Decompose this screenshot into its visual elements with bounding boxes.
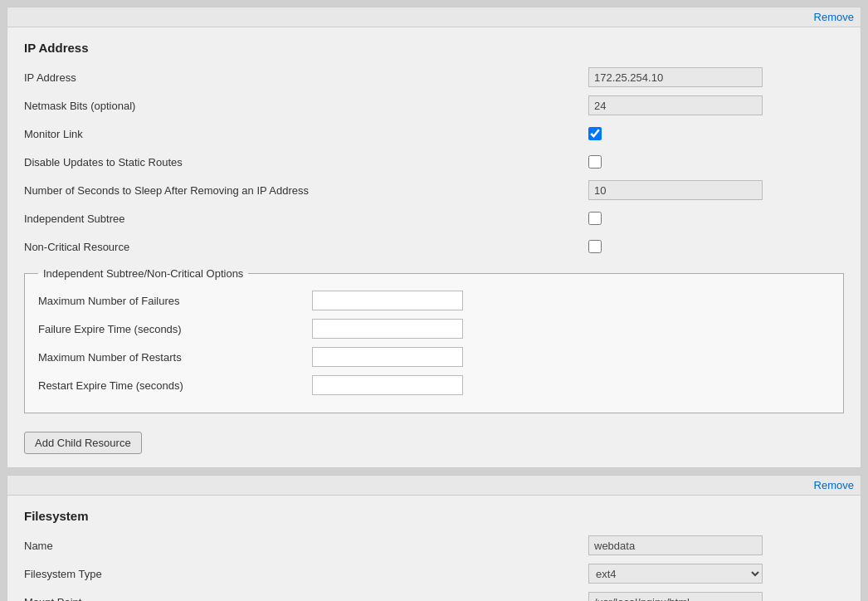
field-row-netmask: Netmask Bits (optional) (24, 95, 844, 116)
input-failure-expire[interactable] (312, 319, 463, 339)
field-row-sleep-seconds: Number of Seconds to Sleep After Removin… (24, 179, 844, 201)
ip-section-title: IP Address (24, 41, 844, 55)
label-fs-type: Filesystem Type (24, 568, 588, 580)
input-max-failures[interactable] (312, 291, 463, 310)
inner-row-failure-expire: Failure Expire Time (seconds) (38, 318, 830, 340)
label-restart-expire: Restart Expire Time (seconds) (38, 379, 312, 392)
inner-row-max-restarts: Maximum Number of Restarts (38, 346, 830, 368)
label-netmask: Netmask Bits (optional) (24, 100, 588, 112)
input-mount-point[interactable] (588, 592, 763, 601)
input-max-restarts[interactable] (312, 347, 463, 367)
input-restart-expire[interactable] (312, 375, 463, 395)
independent-subtree-fieldset: Independent Subtree/Non-Critical Options… (24, 267, 844, 413)
label-independent-subtree: Independent Subtree (24, 213, 588, 225)
filesystem-section: Remove Filesystem Name Filesystem Type e… (7, 475, 861, 601)
label-monitor-link: Monitor Link (24, 128, 588, 140)
field-row-monitor-link: Monitor Link (24, 123, 844, 144)
label-max-failures: Maximum Number of Failures (38, 295, 312, 307)
checkbox-independent-subtree[interactable] (588, 212, 602, 225)
label-disable-updates: Disable Updates to Static Routes (24, 156, 588, 169)
ip-address-section: Remove IP Address IP Address Netmask Bit… (7, 7, 861, 468)
inner-row-max-failures: Maximum Number of Failures (38, 290, 830, 311)
add-child-resource-button[interactable]: Add Child Resource (24, 432, 142, 454)
checkbox-non-critical[interactable] (588, 240, 602, 253)
fs-section-topbar: Remove (7, 476, 861, 496)
label-fs-name: Name (24, 540, 588, 552)
field-row-mount-point: Mount Point (24, 591, 844, 601)
fieldset-legend: Independent Subtree/Non-Critical Options (38, 267, 248, 280)
input-ip-address[interactable] (588, 67, 763, 87)
fs-section-content: Filesystem Name Filesystem Type ext4 ext… (7, 496, 861, 601)
label-failure-expire: Failure Expire Time (seconds) (38, 323, 312, 335)
label-mount-point: Mount Point (24, 596, 588, 602)
field-row-fs-type: Filesystem Type ext4 ext3 xfs nfs (24, 563, 844, 584)
ip-section-content: IP Address IP Address Netmask Bits (opti… (7, 27, 861, 467)
field-row-ip-address: IP Address (24, 66, 844, 88)
fs-remove-link[interactable]: Remove (814, 479, 854, 491)
input-netmask[interactable] (588, 95, 763, 115)
field-row-non-critical: Non-Critical Resource (24, 236, 844, 257)
ip-section-topbar: Remove (7, 7, 861, 27)
ip-remove-link[interactable]: Remove (814, 11, 854, 23)
inner-row-restart-expire: Restart Expire Time (seconds) (38, 374, 830, 396)
select-fs-type[interactable]: ext4 ext3 xfs nfs (588, 564, 763, 584)
field-row-fs-name: Name (24, 535, 844, 556)
input-fs-name[interactable] (588, 535, 763, 555)
checkbox-disable-updates[interactable] (588, 155, 602, 169)
fs-section-title: Filesystem (24, 509, 844, 523)
label-sleep-seconds: Number of Seconds to Sleep After Removin… (24, 184, 588, 197)
checkbox-monitor-link[interactable] (588, 127, 602, 140)
label-ip-address: IP Address (24, 71, 588, 84)
input-sleep-seconds[interactable] (588, 180, 763, 200)
label-max-restarts: Maximum Number of Restarts (38, 351, 312, 364)
field-row-independent-subtree: Independent Subtree (24, 208, 844, 229)
label-non-critical: Non-Critical Resource (24, 241, 588, 253)
field-row-disable-updates: Disable Updates to Static Routes (24, 151, 844, 173)
